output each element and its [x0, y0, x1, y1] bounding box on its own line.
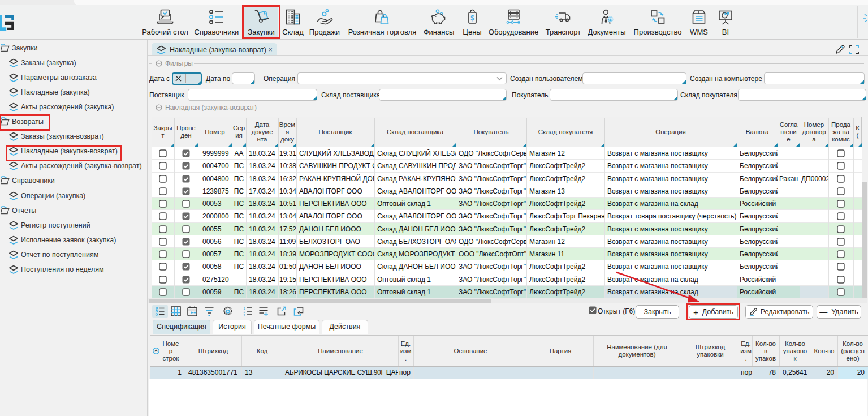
svg-text:3: 3	[244, 314, 246, 317]
svg-text:$: $	[470, 14, 474, 22]
